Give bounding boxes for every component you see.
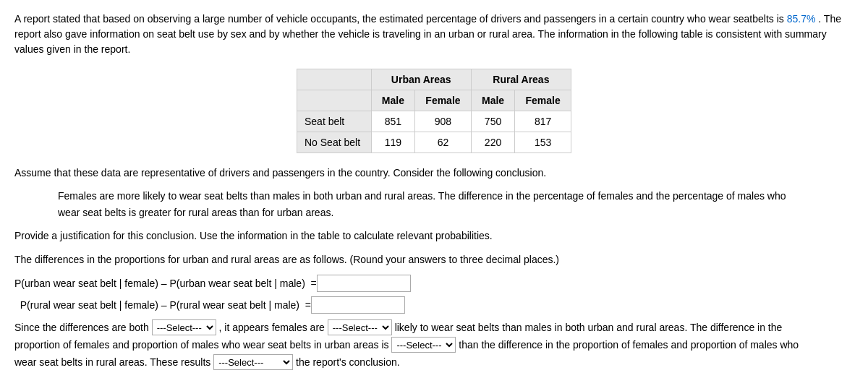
select4-dropdown[interactable]: ---Select--- support contradict do not s…: [213, 354, 293, 370]
seatbelt-table: Urban Areas Rural Areas Male Female Male…: [297, 69, 571, 153]
no-seatbelt-rural-female: 153: [515, 132, 571, 153]
highlight-percentage: 85.7%: [787, 13, 816, 25]
rural-female-header: Female: [515, 90, 571, 111]
no-seatbelt-urban-male: 119: [371, 132, 414, 153]
intro-text1: A report stated that based on observing …: [14, 13, 784, 25]
seatbelt-urban-female: 908: [415, 111, 472, 132]
provide-text: Provide a justification for this conclus…: [14, 228, 854, 244]
rural-male-header: Male: [471, 90, 514, 111]
conclusion-text2: wear seat belts is greater for rural are…: [58, 207, 333, 218]
seatbelt-row-label: Seat belt: [297, 111, 372, 132]
since-text3: likely to wear seat belts than males in …: [395, 322, 783, 333]
assume-text: Assume that these data are representativ…: [14, 165, 854, 181]
seatbelt-rural-male: 750: [471, 111, 514, 132]
rural-header: Rural Areas: [471, 69, 571, 90]
select3-dropdown[interactable]: ---Select--- less greater equal: [391, 337, 456, 353]
since-text7: the report's conclusion.: [296, 356, 400, 368]
differences-text: The differences in the proportions for u…: [14, 252, 854, 267]
no-seatbelt-row-label: No Seat belt: [297, 132, 372, 153]
since-text6: wear seat belts in rural areas. These re…: [14, 356, 210, 368]
formula1-input[interactable]: [317, 275, 411, 292]
select2-dropdown[interactable]: ---Select--- more less equally: [328, 319, 392, 335]
since-block: Since the differences are both ---Select…: [14, 319, 854, 371]
formula2-input[interactable]: [311, 296, 405, 314]
since-text5: than the difference in the proportion of…: [459, 339, 799, 351]
since-text1: Since the differences are both: [14, 322, 149, 333]
urban-male-header: Male: [371, 90, 414, 111]
empty-header: [297, 69, 372, 90]
formula2-label: P(rural wear seat belt | female) – P(rur…: [14, 297, 311, 313]
empty-subheader: [297, 90, 372, 111]
select1-dropdown[interactable]: ---Select--- positive negative zero: [152, 319, 216, 335]
formula2-line: P(rural wear seat belt | female) – P(rur…: [14, 296, 854, 314]
intro-paragraph: A report stated that based on observing …: [14, 12, 854, 57]
no-seatbelt-rural-male: 220: [471, 132, 514, 153]
formula-block: P(urban wear seat belt | female) – P(urb…: [14, 275, 854, 314]
data-table-wrapper: Urban Areas Rural Areas Male Female Male…: [14, 69, 854, 153]
table-row-seatbelt: Seat belt 851 908 750 817: [297, 111, 571, 132]
urban-header: Urban Areas: [371, 69, 471, 90]
formula1-label: P(urban wear seat belt | female) – P(urb…: [14, 275, 317, 291]
seatbelt-urban-male: 851: [371, 111, 414, 132]
formula1-line: P(urban wear seat belt | female) – P(urb…: [14, 275, 854, 292]
table-row-no-seatbelt: No Seat belt 119 62 220 153: [297, 132, 571, 153]
conclusion-block: Females are more likely to wear seat bel…: [58, 188, 854, 220]
urban-female-header: Female: [415, 90, 472, 111]
since-text4: proportion of females and proportion of …: [14, 339, 389, 351]
no-seatbelt-urban-female: 62: [415, 132, 472, 153]
conclusion-text1: Females are more likely to wear seat bel…: [58, 190, 786, 202]
since-text2: , it appears females are: [219, 322, 325, 333]
seatbelt-rural-female: 817: [515, 111, 571, 132]
